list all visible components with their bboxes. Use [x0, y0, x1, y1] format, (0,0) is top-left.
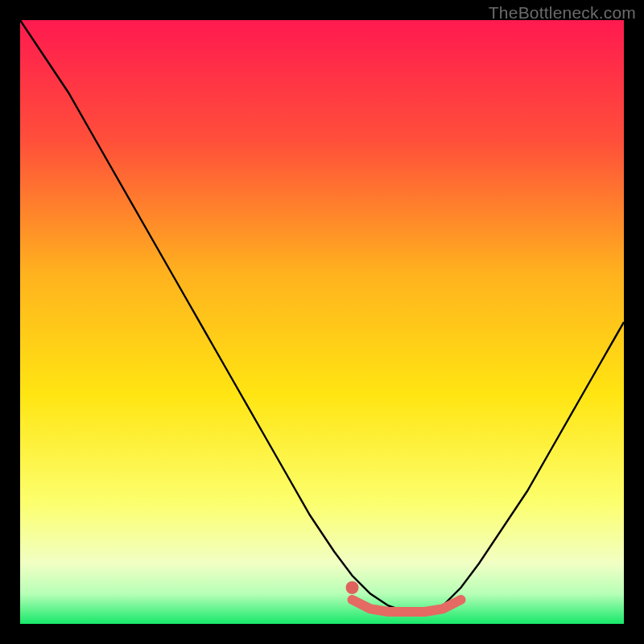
bottleneck-chart	[20, 20, 624, 624]
watermark-text: TheBottleneck.com	[489, 3, 636, 23]
marker-dot	[346, 581, 359, 594]
chart-frame	[20, 20, 624, 624]
